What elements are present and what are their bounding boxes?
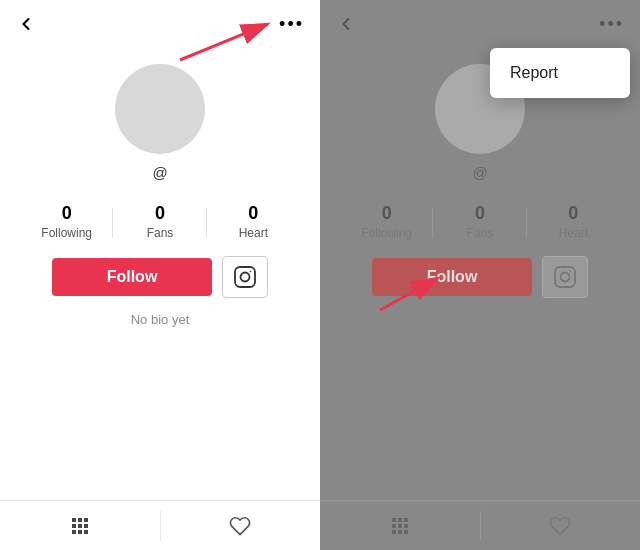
left-top-bar: •••: [0, 0, 320, 48]
right-instagram-button[interactable]: [542, 256, 588, 298]
stat-following[interactable]: 0 Following: [20, 203, 113, 240]
right-heart-count: 0: [568, 203, 578, 224]
right-following-count: 0: [382, 203, 392, 224]
dropdown-menu: Report: [490, 48, 630, 98]
following-label: Following: [41, 226, 92, 240]
right-stats-row: 0 Following 0 Fans 0 Heart: [320, 203, 640, 240]
svg-rect-0: [235, 267, 255, 287]
svg-point-6: [561, 273, 570, 282]
fans-count: 0: [155, 203, 165, 224]
follow-button[interactable]: Follow: [52, 258, 212, 296]
svg-point-2: [250, 271, 252, 273]
right-tab-grid[interactable]: [320, 501, 480, 550]
right-stat-fans[interactable]: 0 Fans: [433, 203, 526, 240]
right-panel: ••• @ 0 Following 0 Fans 0 Heart Follow: [320, 0, 640, 550]
following-count: 0: [62, 203, 72, 224]
heart-label: Heart: [239, 226, 268, 240]
profile-section: @: [0, 48, 320, 203]
stats-row: 0 Following 0 Fans 0 Heart: [0, 203, 320, 240]
left-panel: ••• @ 0 Following 0 Fans 0 Heart Follow: [0, 0, 320, 550]
right-top-bar: •••: [320, 0, 640, 48]
svg-rect-5: [555, 267, 575, 287]
tab-grid[interactable]: [0, 501, 160, 550]
svg-point-1: [241, 273, 250, 282]
stat-fans[interactable]: 0 Fans: [113, 203, 206, 240]
right-username: @: [472, 164, 487, 181]
right-fans-label: Fans: [467, 226, 494, 240]
action-row: Follow: [0, 256, 320, 298]
tab-liked[interactable]: [161, 501, 321, 550]
right-stat-heart[interactable]: 0 Heart: [527, 203, 620, 240]
username-row: @: [152, 164, 167, 181]
right-fans-count: 0: [475, 203, 485, 224]
heart-icon: [229, 515, 251, 537]
right-action-row: Follow: [320, 256, 640, 298]
right-following-label: Following: [361, 226, 412, 240]
more-options-button[interactable]: •••: [279, 14, 304, 35]
grid-icon: [72, 518, 88, 534]
right-stat-following[interactable]: 0 Following: [340, 203, 433, 240]
fans-label: Fans: [147, 226, 174, 240]
bottom-tabs: [0, 500, 320, 550]
avatar: [115, 64, 205, 154]
right-tab-liked[interactable]: [481, 501, 641, 550]
right-heart-label: Heart: [559, 226, 588, 240]
right-bottom-tabs: [320, 500, 640, 550]
right-back-button[interactable]: [336, 14, 356, 34]
username: @: [152, 164, 167, 181]
dropdown-report[interactable]: Report: [490, 48, 630, 98]
right-username-row: @: [472, 164, 487, 181]
bio-text: No bio yet: [0, 312, 320, 327]
svg-point-7: [570, 271, 572, 273]
stat-heart[interactable]: 0 Heart: [207, 203, 300, 240]
right-follow-button[interactable]: Follow: [372, 258, 532, 296]
right-heart-icon: [549, 515, 571, 537]
instagram-button[interactable]: [222, 256, 268, 298]
heart-count: 0: [248, 203, 258, 224]
right-grid-icon: [392, 518, 408, 534]
right-more-options-button[interactable]: •••: [599, 14, 624, 35]
back-button[interactable]: [16, 14, 36, 34]
